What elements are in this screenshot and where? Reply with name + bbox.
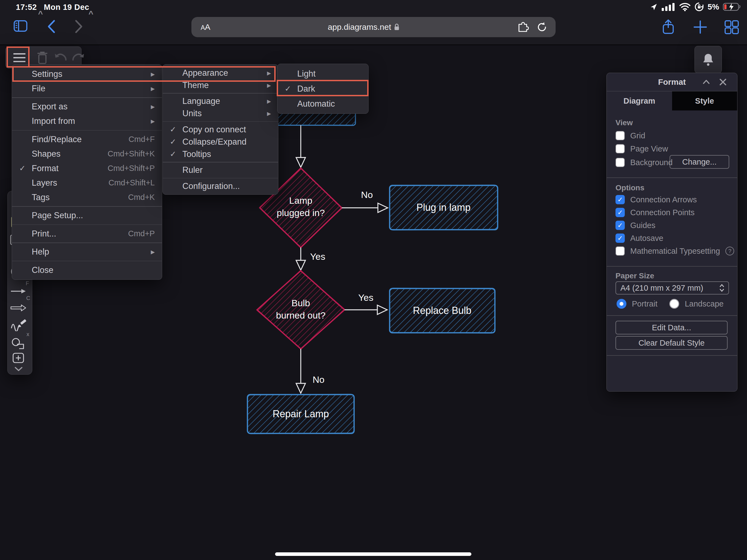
autosave-checkbox[interactable]: ✓ bbox=[616, 233, 625, 243]
checkmark-icon: ✓ bbox=[170, 137, 182, 146]
submenu-arrow-icon: ▶ bbox=[151, 85, 155, 92]
menu-item-language[interactable]: Language ▶ bbox=[163, 95, 278, 107]
checkmark-icon: ✓ bbox=[170, 125, 182, 134]
menu-item-layers[interactable]: Layers Cmd+Shift+L bbox=[12, 176, 162, 190]
node-repair-lamp[interactable]: Repair Lamp bbox=[247, 394, 354, 434]
autosave-label: Autosave bbox=[630, 234, 663, 243]
checkmark-icon: ✓ bbox=[170, 150, 182, 159]
submenu-arrow-icon: ▶ bbox=[267, 82, 271, 88]
edge-label-yes2: Yes bbox=[358, 292, 373, 303]
menu-separator bbox=[12, 97, 162, 98]
background-checkbox[interactable] bbox=[616, 158, 625, 167]
node-replace-bulb[interactable]: Replace Bulb bbox=[389, 288, 495, 333]
background-label: Background bbox=[630, 158, 673, 167]
menu-item-tags[interactable]: Tags Cmd+K bbox=[12, 190, 162, 205]
collapse-panel-icon[interactable] bbox=[702, 78, 711, 86]
portrait-label: Portrait bbox=[632, 299, 657, 308]
annotation-settings-appearance bbox=[12, 66, 276, 82]
menu-item-help[interactable]: Help ▶ bbox=[12, 245, 162, 259]
menu-item-format[interactable]: ✓ Format Cmd+Shift+P bbox=[12, 161, 162, 176]
delete-icon[interactable] bbox=[36, 51, 48, 65]
menu-item-copy-on-connect[interactable]: ✓ Copy on connect bbox=[163, 123, 278, 136]
checkmark-icon: ✓ bbox=[19, 164, 32, 173]
shortcut-ellipse: F bbox=[26, 280, 29, 286]
edge-no-plug[interactable] bbox=[342, 203, 388, 212]
edge-label-no1: No bbox=[361, 189, 373, 200]
menu-separator bbox=[163, 93, 278, 94]
paper-size-heading: Paper Size bbox=[616, 272, 654, 280]
menu-item-shapes[interactable]: Shapes Cmd+Shift+K bbox=[12, 147, 162, 161]
menu-separator bbox=[12, 261, 162, 261]
paper-size-select[interactable]: A4 (210 mm x 297 mm) bbox=[616, 281, 729, 295]
shortcut-freehand: x bbox=[27, 331, 29, 337]
open-arrow-tool-icon[interactable] bbox=[10, 304, 26, 312]
redo-icon[interactable] bbox=[71, 52, 85, 64]
menu-separator bbox=[12, 225, 162, 225]
menu-item-close[interactable]: Close bbox=[12, 263, 162, 277]
edit-data-button[interactable]: Edit Data... bbox=[616, 321, 728, 334]
connection-arrows-label: Connection Arrows bbox=[630, 195, 697, 204]
menu-item-ruler[interactable]: Ruler bbox=[163, 164, 278, 176]
decision2-label-line2: burned out? bbox=[276, 310, 326, 321]
edge-no-repair[interactable] bbox=[296, 349, 305, 393]
landscape-radio[interactable] bbox=[669, 299, 679, 309]
settings-submenu: Appearance ▶ Theme ▶ Language ▶ Units ▶ … bbox=[162, 64, 278, 195]
format-panel-title: Format bbox=[658, 77, 686, 87]
help-icon[interactable]: ? bbox=[725, 247, 734, 255]
page-view-checkbox[interactable] bbox=[616, 144, 625, 153]
view-heading: View bbox=[616, 119, 633, 127]
menu-separator bbox=[12, 243, 162, 243]
close-panel-icon[interactable] bbox=[719, 78, 727, 86]
menu-separator bbox=[163, 121, 278, 122]
menu-item-page-setup[interactable]: Page Setup... bbox=[12, 208, 162, 223]
shapes-picker-icon[interactable] bbox=[10, 338, 26, 350]
grid-checkbox[interactable] bbox=[616, 131, 625, 140]
node-decision-bulb-burned[interactable]: Bulb burned out? bbox=[256, 270, 345, 350]
tab-diagram[interactable]: Diagram bbox=[607, 91, 672, 110]
menu-item-tooltips[interactable]: ✓ Tooltips bbox=[163, 148, 278, 160]
edge-yes-replace[interactable] bbox=[344, 305, 387, 314]
menu-item-configuration[interactable]: Configuration... bbox=[163, 180, 278, 192]
home-indicator[interactable] bbox=[275, 552, 471, 556]
change-background-button[interactable]: Change... bbox=[670, 155, 729, 169]
plug-label: Plug in lamp bbox=[416, 202, 470, 213]
undo-icon[interactable] bbox=[54, 52, 68, 64]
menu-item-print[interactable]: Print... Cmd+P bbox=[12, 226, 162, 241]
menu-item-find-replace[interactable]: Find/Replace Cmd+F bbox=[12, 132, 162, 147]
node-plug-in-lamp[interactable]: Plug in lamp bbox=[389, 185, 498, 230]
clear-default-style-button[interactable]: Clear Default Style bbox=[616, 336, 728, 350]
edge-start-decision1[interactable] bbox=[296, 125, 305, 167]
page-view-label: Page View bbox=[630, 144, 668, 153]
menu-item-export-as[interactable]: Export as ▶ bbox=[12, 100, 162, 114]
collapse-toolbar-icon[interactable] bbox=[14, 366, 24, 372]
connection-arrows-checkbox[interactable]: ✓ bbox=[616, 195, 625, 204]
submenu-arrow-icon: ▶ bbox=[267, 110, 271, 117]
notifications-button[interactable] bbox=[695, 46, 722, 73]
menu-item-collapse-expand[interactable]: ✓ Collapse/Expand bbox=[163, 136, 278, 148]
edge-yes-decision2[interactable] bbox=[296, 248, 305, 270]
math-typesetting-checkbox[interactable] bbox=[616, 246, 625, 256]
tab-style[interactable]: Style bbox=[672, 91, 738, 110]
menu-separator bbox=[12, 206, 162, 207]
edge-label-yes1: Yes bbox=[310, 251, 325, 262]
guides-checkbox[interactable]: ✓ bbox=[616, 221, 625, 230]
connection-points-checkbox[interactable]: ✓ bbox=[616, 208, 625, 217]
paper-size-value: A4 (210 mm x 297 mm) bbox=[620, 284, 703, 292]
insert-icon[interactable] bbox=[12, 353, 24, 363]
annotation-menu-button bbox=[6, 47, 29, 68]
decision2-label-line1: Bulb bbox=[291, 298, 310, 308]
menu-item-automatic[interactable]: Automatic bbox=[278, 96, 368, 111]
guides-label: Guides bbox=[630, 221, 655, 230]
freehand-tool-icon[interactable] bbox=[10, 317, 27, 331]
connection-points-label: Connection Points bbox=[630, 208, 695, 217]
edge-label-no2: No bbox=[312, 374, 324, 385]
portrait-radio[interactable] bbox=[617, 299, 626, 309]
menu-item-light[interactable]: Light bbox=[278, 66, 368, 81]
submenu-arrow-icon: ▶ bbox=[151, 104, 155, 110]
grid-label: Grid bbox=[630, 131, 645, 140]
menu-item-units[interactable]: Units ▶ bbox=[163, 107, 278, 120]
edge-tool-icon[interactable] bbox=[10, 287, 26, 295]
menu-item-import-from[interactable]: Import from ▶ bbox=[12, 114, 162, 128]
landscape-label: Landscape bbox=[685, 299, 723, 308]
menu-item-file[interactable]: File ▶ bbox=[12, 81, 162, 96]
